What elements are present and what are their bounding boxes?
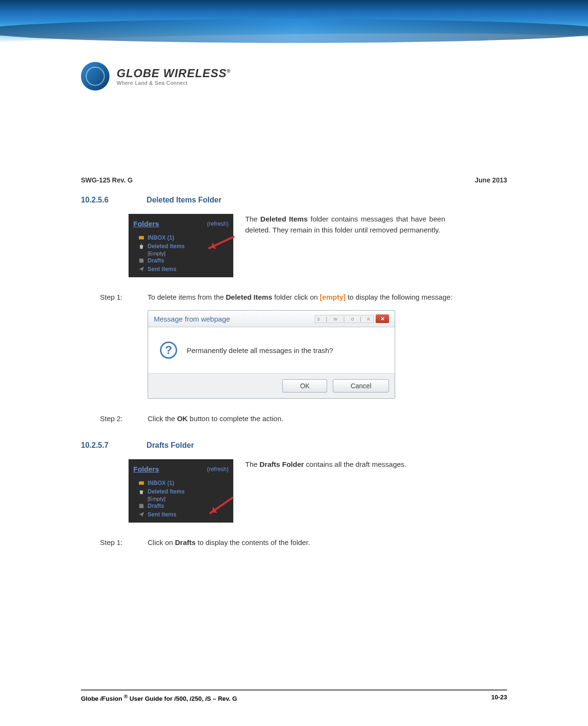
step-label: Step 1: [100, 537, 133, 548]
folder-inbox: INBOX (1) [129, 479, 233, 487]
folders-panel-screenshot-2: Folders (refresh) INBOX (1) Deleted Item… [129, 459, 233, 523]
trash-icon [138, 243, 145, 250]
folder-drafts: Drafts [129, 256, 233, 265]
refresh-link: (refresh) [207, 221, 229, 227]
document-header: SWG-125 Rev. G June 2013 [81, 162, 507, 184]
section-title: Drafts Folder [147, 441, 194, 450]
dialog-message: Permanently delete all messages in the t… [187, 346, 333, 354]
question-icon: ? [160, 342, 177, 359]
window-controls-icon: ꜱ | ᴡ | ᴏ | ʀ [315, 315, 374, 323]
page-footer: Globe iFusion ® User Guide for i500, i25… [81, 689, 507, 702]
folder-sent: Sent Items [129, 265, 233, 273]
section-heading-1: 10.2.5.6 Deleted Items Folder [81, 196, 507, 204]
folder-deleted: Deleted Items [129, 487, 233, 496]
folders-title: Folders [133, 465, 159, 473]
close-icon: ✕ [376, 314, 389, 323]
folder-empty-link: [Empty] [129, 496, 233, 502]
doc-date: June 2013 [475, 176, 507, 184]
logo-text: GLOBE WIRELESS [117, 67, 227, 80]
section2-step1: Step 1: Click on Drafts to display the c… [100, 537, 507, 548]
sent-icon [138, 511, 145, 518]
decorative-wave-header [0, 0, 588, 62]
section-number: 10.2.5.6 [81, 196, 109, 204]
globe-icon [81, 62, 110, 91]
drafts-icon [138, 257, 145, 264]
dialog-title: Message from webpage [154, 315, 230, 323]
logo: GLOBE WIRELESS® Where Land & Sea Connect [81, 62, 231, 91]
section1-description: The Deleted Items folder contains messag… [245, 214, 445, 235]
folders-title: Folders [133, 220, 159, 228]
section-title: Deleted Items Folder [147, 196, 221, 204]
inbox-icon [138, 480, 145, 486]
section-number: 10.2.5.7 [81, 441, 109, 450]
folders-panel-screenshot: Folders (refresh) INBOX (1) Deleted Item… [129, 214, 233, 277]
logo-tagline: Where Land & Sea Connect [117, 80, 231, 86]
folder-inbox: INBOX (1) [129, 233, 233, 242]
trash-icon [138, 488, 145, 495]
section1-step2: Step 2: Click the OK button to complete … [100, 413, 507, 424]
footer-left: Globe iFusion ® User Guide for i500, i25… [81, 694, 237, 702]
step-label: Step 2: [100, 413, 133, 424]
logo-reg: ® [227, 69, 230, 74]
confirm-dialog-screenshot: Message from webpage ꜱ | ᴡ | ᴏ | ʀ ✕ ? P… [148, 310, 395, 399]
folder-empty-link: [Empty] [129, 251, 233, 256]
folder-sent: Sent Items [129, 510, 233, 519]
doc-id: SWG-125 Rev. G [81, 176, 133, 184]
inbox-icon [138, 234, 145, 241]
ok-button[interactable]: OK [282, 379, 327, 393]
section1-step1: Step 1: To delete items from the Deleted… [100, 292, 507, 303]
section-heading-2: 10.2.5.7 Drafts Folder [81, 441, 507, 450]
footer-page-number: 10-23 [491, 694, 507, 702]
drafts-icon [138, 503, 145, 509]
step-label: Step 1: [100, 292, 133, 303]
section2-description: The Drafts Folder contains all the draft… [245, 459, 445, 470]
refresh-link: (refresh) [207, 466, 229, 473]
cancel-button[interactable]: Cancel [333, 379, 389, 393]
sent-icon [138, 266, 145, 272]
